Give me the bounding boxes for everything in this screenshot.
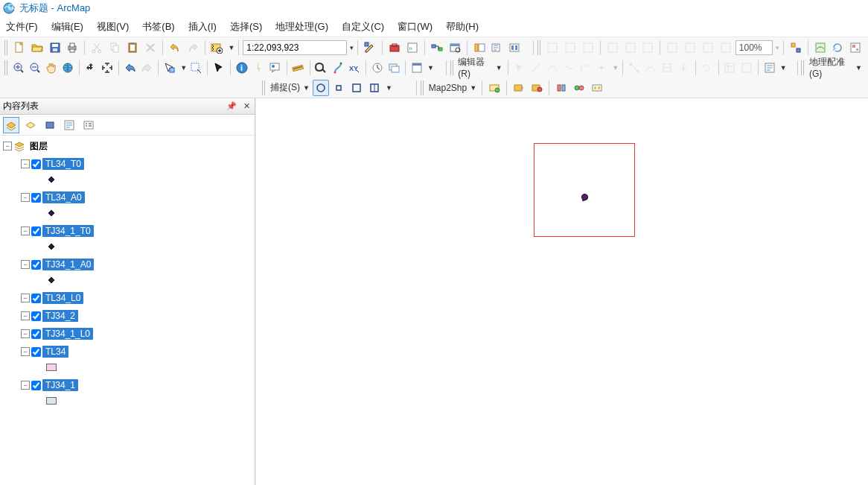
layer-checkbox[interactable]: [31, 193, 41, 203]
toolbar-grip[interactable]: [262, 80, 266, 95]
toolbar-grip[interactable]: [421, 80, 424, 95]
menu-insert[interactable]: 插入(I): [188, 20, 217, 34]
menu-geoprocessing[interactable]: 地理处理(G): [275, 20, 328, 34]
scale-combo[interactable]: [243, 40, 347, 55]
copy-icon[interactable]: [106, 39, 123, 56]
tree-expand[interactable]: −: [3, 142, 12, 150]
undo-icon[interactable]: [167, 39, 183, 56]
layer-name[interactable]: TJ34_2: [42, 310, 78, 322]
tree-expand[interactable]: −: [21, 329, 30, 338]
layer-name[interactable]: TJ34_1_T0: [42, 225, 94, 237]
layer-symbol[interactable]: [48, 210, 54, 216]
snap-point-icon[interactable]: [313, 80, 329, 96]
m2s-tool5-icon[interactable]: [571, 80, 587, 96]
toolbar-grip[interactable]: [4, 60, 8, 75]
layer-name[interactable]: TJ34_1: [42, 379, 78, 391]
layer-checkbox[interactable]: [31, 329, 41, 339]
pin-icon[interactable]: 📌: [226, 101, 237, 112]
layer-checkbox[interactable]: [31, 347, 41, 357]
full-extent-icon[interactable]: [60, 60, 75, 76]
toolbox-icon[interactable]: [386, 39, 403, 56]
layer-checkbox[interactable]: [31, 294, 41, 303]
toc-list-by-drawing-order-icon[interactable]: [3, 117, 19, 133]
toolbar-grip[interactable]: [4, 40, 8, 55]
menu-view[interactable]: 视图(V): [97, 20, 129, 34]
layer-checkbox[interactable]: [31, 311, 41, 321]
pan-icon[interactable]: [44, 60, 59, 76]
create-features-drop[interactable]: ▼: [780, 64, 787, 72]
m2s-tool3-icon[interactable]: [529, 80, 545, 96]
html-popup-icon[interactable]: [267, 60, 282, 76]
tree-expand[interactable]: −: [21, 260, 30, 269]
tree-expand[interactable]: −: [21, 193, 30, 202]
draw-tools-icon[interactable]: [812, 39, 829, 56]
menu-selection[interactable]: 选择(S): [230, 20, 262, 34]
data-frame-tools-icon[interactable]: [788, 39, 804, 56]
table-window-icon[interactable]: [447, 39, 463, 56]
add-data-drop[interactable]: ▼: [228, 44, 234, 51]
georef-menu[interactable]: 地理配准(G)▼: [808, 56, 864, 79]
arc-toolbox-icon[interactable]: [506, 39, 523, 56]
snap-end-icon[interactable]: [331, 80, 347, 96]
map2shp-menu[interactable]: Map2Shp▼: [427, 83, 478, 93]
toc-list-by-source-icon[interactable]: [22, 117, 39, 133]
menu-customize[interactable]: 自定义(C): [342, 20, 384, 34]
find-icon[interactable]: [313, 60, 328, 76]
next-extent-icon[interactable]: [139, 60, 154, 76]
select-elements-icon[interactable]: [211, 60, 226, 76]
layer-symbol[interactable]: [48, 244, 54, 250]
toolbar-grip[interactable]: [450, 60, 454, 75]
m2s-tool2-icon[interactable]: [511, 80, 527, 96]
layer-name[interactable]: TL34_L0: [42, 292, 83, 304]
python-icon[interactable]: »: [404, 39, 421, 56]
map-view[interactable]: [255, 98, 868, 485]
add-data-icon[interactable]: [209, 39, 226, 56]
layer-symbol[interactable]: [48, 177, 54, 183]
model-builder-icon[interactable]: [429, 39, 445, 56]
layer-symbol[interactable]: [46, 397, 57, 405]
m2s-tool4-icon[interactable]: [553, 80, 569, 96]
zoom-out-icon[interactable]: [28, 60, 42, 76]
snap-vertex-icon[interactable]: [348, 80, 365, 96]
tree-expand[interactable]: −: [21, 226, 30, 235]
snap-menu[interactable]: 捕捉(S)▼: [269, 81, 311, 94]
fixed-zoom-in-icon[interactable]: [83, 60, 98, 76]
time-slider-icon[interactable]: [370, 60, 385, 76]
hyperlink-icon[interactable]: [251, 60, 266, 76]
save-icon[interactable]: [47, 39, 63, 56]
menu-windows[interactable]: 窗口(W): [398, 20, 433, 34]
snap-more-drop[interactable]: ▼: [386, 84, 392, 92]
identify-icon[interactable]: i: [234, 60, 249, 76]
m2s-tool1-icon[interactable]: [486, 80, 502, 96]
toolbar-grip[interactable]: [537, 40, 541, 55]
layer-checkbox[interactable]: [31, 381, 41, 390]
layer-name[interactable]: TL34_A0: [42, 191, 85, 203]
toc-options-icon[interactable]: [80, 117, 97, 133]
layer-checkbox[interactable]: [31, 226, 41, 236]
redo-icon[interactable]: [185, 39, 201, 56]
toolbar-grip[interactable]: [801, 60, 805, 75]
menu-bookmarks[interactable]: 书签(B): [142, 20, 174, 34]
select-features-icon[interactable]: [162, 60, 177, 76]
menu-help[interactable]: 帮助(H): [446, 20, 479, 34]
select-drop[interactable]: ▼: [180, 64, 187, 72]
delete-icon[interactable]: [142, 39, 159, 56]
measure-icon[interactable]: [290, 60, 305, 76]
close-icon[interactable]: ✕: [241, 101, 252, 112]
clear-selection-icon[interactable]: [188, 60, 203, 76]
scale-drop[interactable]: ▾: [350, 44, 354, 51]
tree-expand[interactable]: −: [21, 159, 30, 168]
go-to-xy-icon[interactable]: XY: [347, 60, 362, 76]
snap-edge-icon[interactable]: [366, 80, 383, 96]
tree-expand[interactable]: −: [21, 294, 30, 302]
create-features-icon[interactable]: [762, 60, 777, 76]
catalog-icon[interactable]: [471, 39, 488, 56]
layer-name[interactable]: TJ34_1_L0: [42, 328, 93, 340]
layout-tools-icon[interactable]: [847, 39, 864, 56]
new-doc-icon[interactable]: [11, 39, 28, 56]
layer-name[interactable]: TL34: [42, 346, 68, 358]
cut-icon[interactable]: [89, 39, 105, 56]
tree-expand[interactable]: −: [21, 381, 30, 390]
find-route-icon[interactable]: [331, 60, 345, 76]
layer-checkbox[interactable]: [31, 260, 41, 270]
